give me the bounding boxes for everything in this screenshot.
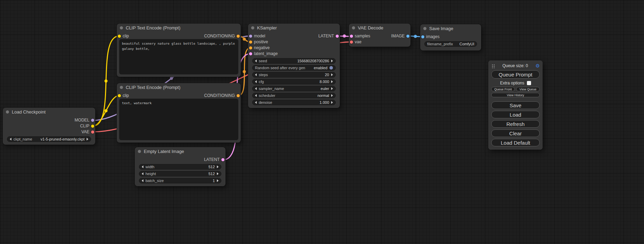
slot-row: model LATENT <box>248 33 340 39</box>
widget-width[interactable]: width 512 <box>139 164 221 170</box>
decrement-arrow-icon[interactable] <box>255 73 257 76</box>
decrement-arrow-icon[interactable] <box>255 60 257 62</box>
output-slot-latent[interactable] <box>336 35 339 38</box>
output-slot-latent[interactable] <box>221 158 224 161</box>
input-slot-negative[interactable] <box>249 46 252 49</box>
increment-arrow-icon[interactable] <box>331 87 333 90</box>
output-slot-conditioning[interactable] <box>237 35 240 38</box>
decrement-arrow-icon[interactable] <box>142 172 143 175</box>
input-label-clip: clip <box>123 33 129 39</box>
drag-handle-icon[interactable] <box>491 64 495 68</box>
prompt-textarea[interactable]: text, watermark <box>119 99 238 140</box>
input-slot-samples[interactable] <box>350 35 353 38</box>
queue-front-button[interactable]: Queue Front <box>491 87 515 91</box>
input-slot-vae[interactable] <box>350 40 353 44</box>
link-midpoint-dot <box>243 38 246 41</box>
input-slot-images[interactable] <box>421 35 424 38</box>
widget-denoise[interactable]: denoise 1.000 <box>252 100 336 105</box>
input-slot-model[interactable] <box>249 35 252 38</box>
node-vae-decode[interactable]: VAE Decode samples IMAGE vae <box>349 24 411 47</box>
widget-steps[interactable]: steps 20 <box>252 72 336 78</box>
link-midpoint-dot <box>170 77 173 80</box>
decrement-arrow-icon[interactable] <box>255 94 257 97</box>
decrement-arrow-icon[interactable] <box>142 179 143 182</box>
widget-value-label: enabled <box>314 66 327 70</box>
slot-row: clip CONDITIONING <box>117 93 241 99</box>
output-slot-row: LATENT <box>135 157 226 163</box>
prompt-textarea[interactable]: beautiful scenery nature glass bottle la… <box>119 39 238 74</box>
node-collapse-dot-icon[interactable] <box>352 26 355 29</box>
extra-options-row: Extra options <box>491 81 540 85</box>
node-title-bar[interactable]: Load Checkpoint <box>3 108 95 116</box>
node-empty-latent-image[interactable]: Empty Latent Image LATENT width 512 heig… <box>135 147 226 186</box>
node-title-bar[interactable]: CLIP Text Encode (Prompt) <box>117 83 241 91</box>
node-collapse-dot-icon[interactable] <box>423 27 426 30</box>
node-title-bar[interactable]: VAE Decode <box>349 24 411 32</box>
node-save-image[interactable]: Save Image images filename_prefix ComfyU… <box>420 24 481 51</box>
decrement-arrow-icon[interactable] <box>255 101 257 104</box>
input-label-negative: negative <box>254 45 270 51</box>
view-history-button[interactable]: View History <box>491 93 540 97</box>
increment-arrow-icon[interactable] <box>331 101 333 104</box>
widget-name-label: ckpt_name <box>14 137 32 141</box>
input-slot-clip[interactable] <box>118 94 121 97</box>
clear-button[interactable]: Clear <box>491 129 540 137</box>
graph-canvas[interactable]: Load Checkpoint MODEL CLIP VAE ckpt_name… <box>0 0 644 244</box>
settings-gear-icon[interactable]: ⚙ <box>535 63 540 68</box>
widget-filename-prefix[interactable]: filename_prefix ComfyUI <box>424 41 477 47</box>
refresh-button[interactable]: Refresh <box>491 120 540 128</box>
output-slot-clip[interactable] <box>91 125 94 128</box>
increment-arrow-icon[interactable] <box>331 60 333 62</box>
node-collapse-dot-icon[interactable] <box>120 86 123 89</box>
widget-name-label: seed <box>259 59 267 63</box>
output-slot-vae[interactable] <box>91 130 94 134</box>
node-collapse-dot-icon[interactable] <box>251 26 254 29</box>
input-slot-clip[interactable] <box>118 35 121 38</box>
node-title-bar[interactable]: CLIP Text Encode (Prompt) <box>117 24 241 32</box>
output-slot-image[interactable] <box>406 35 409 38</box>
node-title-bar[interactable]: KSampler <box>248 24 340 32</box>
decrement-arrow-icon[interactable] <box>142 165 143 168</box>
decrement-arrow-icon[interactable] <box>255 80 257 83</box>
widget-height[interactable]: height 512 <box>139 171 221 177</box>
load-default-button[interactable]: Load Default <box>491 139 540 146</box>
widget-random-seed-toggle[interactable]: Random seed after every gen enabled <box>252 65 336 71</box>
increment-arrow-icon[interactable] <box>331 94 333 97</box>
increment-arrow-icon[interactable] <box>217 165 219 168</box>
node-title-bar[interactable]: Save Image <box>420 24 481 33</box>
widget-cfg[interactable]: cfg 8.000 <box>252 79 336 84</box>
node-title-bar[interactable]: Empty Latent Image <box>135 147 226 155</box>
toggle-knob-icon[interactable] <box>329 66 333 70</box>
widget-value-label: ComfyUI <box>459 42 474 46</box>
save-button[interactable]: Save <box>491 101 540 109</box>
node-ksampler[interactable]: KSampler model LATENT positive negative … <box>248 24 340 108</box>
decrement-arrow-icon[interactable] <box>10 138 11 141</box>
widget-seed[interactable]: seed 156680208700286 <box>252 58 336 64</box>
widget-scheduler[interactable]: scheduler normal <box>252 93 336 98</box>
node-collapse-dot-icon[interactable] <box>120 26 123 29</box>
node-clip-text-encode-positive[interactable]: CLIP Text Encode (Prompt) clip CONDITION… <box>117 24 241 77</box>
node-collapse-dot-icon[interactable] <box>138 150 141 153</box>
widget-batch-size[interactable]: batch_size 1 <box>139 178 221 183</box>
node-collapse-dot-icon[interactable] <box>6 110 9 114</box>
node-load-checkpoint[interactable]: Load Checkpoint MODEL CLIP VAE ckpt_name… <box>3 108 95 145</box>
queue-prompt-button[interactable]: Queue Prompt <box>491 70 540 79</box>
increment-arrow-icon[interactable] <box>331 80 333 83</box>
node-clip-text-encode-negative[interactable]: CLIP Text Encode (Prompt) clip CONDITION… <box>117 83 241 143</box>
widget-sampler-name[interactable]: sampler_name euler <box>252 86 336 91</box>
decrement-arrow-icon[interactable] <box>255 87 257 90</box>
output-slot-conditioning[interactable] <box>237 94 240 97</box>
output-label-latent: LATENT <box>318 33 334 39</box>
increment-arrow-icon[interactable] <box>217 179 219 182</box>
view-queue-button[interactable]: View Queue <box>516 87 540 91</box>
input-slot-latent-image[interactable] <box>249 52 252 55</box>
increment-arrow-icon[interactable] <box>87 138 88 141</box>
widget-ckpt-name[interactable]: ckpt_name v1-5-pruned-emaonly.ckpt <box>7 136 91 142</box>
output-slot-row: CLIP <box>3 123 95 129</box>
output-slot-model[interactable] <box>91 119 94 122</box>
input-slot-positive[interactable] <box>249 40 252 44</box>
increment-arrow-icon[interactable] <box>331 73 333 76</box>
load-button[interactable]: Load <box>491 111 540 118</box>
extra-options-checkbox[interactable] <box>527 81 531 85</box>
increment-arrow-icon[interactable] <box>217 172 219 175</box>
